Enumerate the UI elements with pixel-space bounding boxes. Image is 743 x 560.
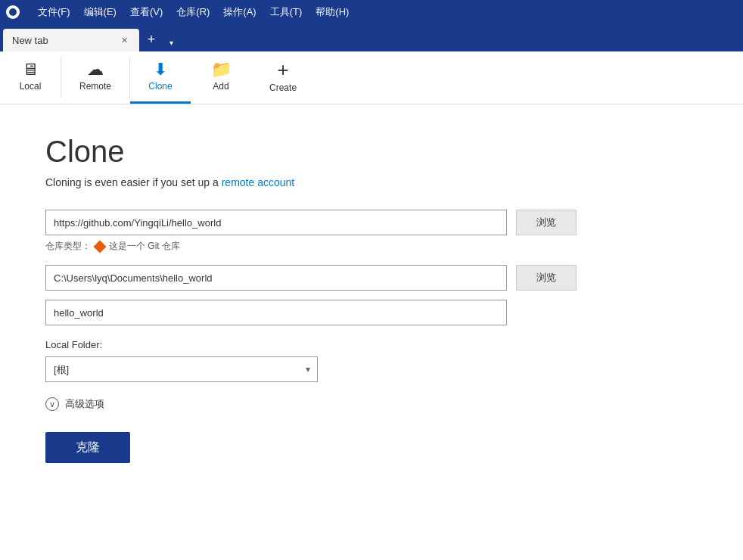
browse-url-button[interactable]: 浏览 xyxy=(516,210,577,235)
url-input[interactable] xyxy=(45,210,507,235)
browse-folder-button[interactable]: 浏览 xyxy=(516,265,577,291)
tab-close-button[interactable]: ✕ xyxy=(118,34,130,46)
remote-account-link[interactable]: remote account xyxy=(222,176,295,188)
toolbar-item-remote[interactable]: ☁ Remote xyxy=(61,51,129,104)
toolbar-label-local: Local xyxy=(20,81,42,92)
repo-type-value: 这是一个 Git 仓库 xyxy=(109,240,180,253)
subtitle: Cloning is even easier if you set up a r… xyxy=(45,176,698,188)
subtitle-prefix: Cloning is even easier if you set up a xyxy=(45,176,222,188)
add-icon: 📁 xyxy=(211,61,232,78)
toolbar-label-add: Add xyxy=(213,81,228,92)
remote-icon: ☁ xyxy=(87,61,104,78)
toolbar-item-create[interactable]: + Create xyxy=(251,51,315,104)
tab-newtab[interactable]: New tab ✕ xyxy=(3,29,139,51)
toolbar-label-clone: Clone xyxy=(148,81,172,92)
create-icon: + xyxy=(277,60,288,79)
folder-input[interactable] xyxy=(45,265,507,291)
toolbar-item-clone[interactable]: ⬇ Clone xyxy=(130,51,191,104)
clone-icon: ⬇ xyxy=(154,61,167,78)
folder-row: 浏览 xyxy=(45,265,698,291)
toolbar-label-create: Create xyxy=(269,82,297,93)
menu-bar: 文件(F) 编辑(E) 查看(V) 仓库(R) 操作(A) 工具(T) 帮助(H… xyxy=(32,4,355,20)
tabbar: New tab ✕ + ▾ xyxy=(0,24,743,51)
local-icon: 🖥 xyxy=(22,61,39,78)
toolbar-label-remote: Remote xyxy=(79,81,111,92)
name-input[interactable] xyxy=(45,300,507,325)
name-row xyxy=(45,300,698,339)
advanced-options-row[interactable]: ∨ 高级选项 xyxy=(45,397,698,411)
main-content: Clone Cloning is even easier if you set … xyxy=(0,104,743,560)
menu-file[interactable]: 文件(F) xyxy=(32,4,76,20)
new-tab-button[interactable]: + xyxy=(141,29,162,50)
menu-tools[interactable]: 工具(T) xyxy=(264,4,309,20)
toolbar: 🖥 Local ☁ Remote ⬇ Clone 📁 Add + Create xyxy=(0,51,743,104)
advanced-toggle-icon: ∨ xyxy=(45,397,59,411)
menu-help[interactable]: 帮助(H) xyxy=(309,4,355,20)
url-row: 浏览 xyxy=(45,210,698,235)
menu-edit[interactable]: 编辑(E) xyxy=(78,4,123,20)
tab-dropdown-button[interactable]: ▾ xyxy=(163,35,179,50)
toolbar-item-local[interactable]: 🖥 Local xyxy=(0,51,61,104)
titlebar: 文件(F) 编辑(E) 查看(V) 仓库(R) 操作(A) 工具(T) 帮助(H… xyxy=(0,0,743,24)
toolbar-item-add[interactable]: 📁 Add xyxy=(191,51,251,104)
local-folder-select-wrapper: [根] ▾ xyxy=(45,356,318,382)
repo-type-label: 仓库类型： xyxy=(45,240,91,253)
advanced-chevron: ∨ xyxy=(49,400,55,409)
menu-repo[interactable]: 仓库(R) xyxy=(170,4,216,20)
repo-type-row: 仓库类型： 这是一个 Git 仓库 xyxy=(45,240,698,253)
tab-label: New tab xyxy=(12,35,48,46)
app-logo xyxy=(6,5,20,19)
menu-view[interactable]: 查看(V) xyxy=(124,4,169,20)
clone-button[interactable]: 克隆 xyxy=(45,432,130,463)
local-folder-label: Local Folder: xyxy=(45,339,698,350)
advanced-label: 高级选项 xyxy=(65,397,104,411)
page-title: Clone xyxy=(45,135,698,169)
git-diamond-icon xyxy=(94,240,107,253)
local-folder-select[interactable]: [根] xyxy=(45,356,318,382)
menu-action[interactable]: 操作(A) xyxy=(217,4,262,20)
